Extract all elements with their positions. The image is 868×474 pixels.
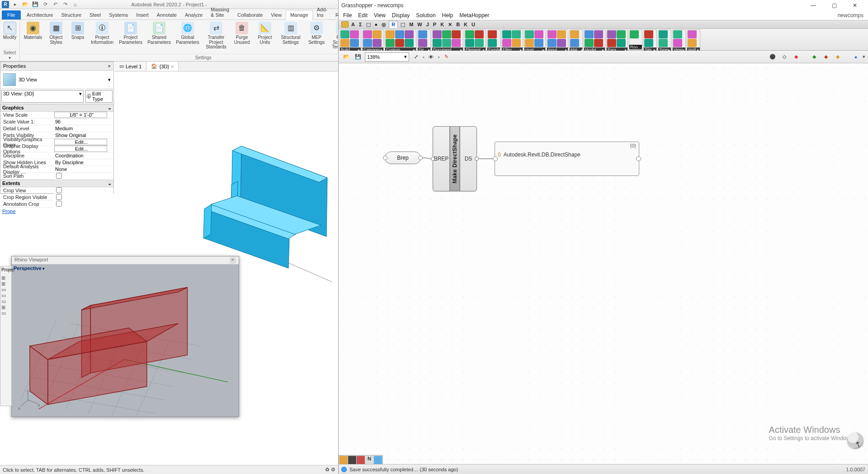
gh-tab[interactable]: ⬚ [399,21,406,28]
component-icon[interactable] [547,30,557,38]
component-icon[interactable] [659,39,668,47]
snaps-button[interactable]: ⊞Snaps [68,21,88,54]
filter-icon[interactable]: ♻ ⚙ [325,467,335,473]
close-button[interactable]: ✕ [844,0,865,10]
property-row[interactable]: Graphic Display OptionsEdit... [0,146,113,152]
property-row[interactable]: Default Analysis Display …None [0,166,113,173]
component-icon[interactable] [534,30,543,38]
prop-value[interactable]: By Discipline [54,160,113,165]
close-icon[interactable]: × [230,257,236,264]
component-icon[interactable] [442,39,451,47]
prop-value[interactable]: Edit... [54,146,107,152]
component-icon[interactable] [673,30,682,38]
component-icon[interactable] [373,30,382,38]
structural-settings-button[interactable]: ▥Structural Settings [277,21,305,54]
component-icon[interactable] [363,30,372,38]
tab-addins[interactable]: Add-Ins [313,5,331,19]
property-row[interactable]: Detail LevelMedium [0,125,113,132]
menu-help[interactable]: Help [442,12,453,19]
gh-tab[interactable]: U [470,21,476,28]
component-icon[interactable] [452,30,461,38]
prop-value[interactable]: Coordination [54,153,113,158]
component-icon[interactable] [557,39,566,47]
view-tab-level1[interactable]: ▭Level 1 [115,62,146,71]
input-grip-icon[interactable] [431,157,435,161]
component-icon[interactable] [405,39,414,47]
output-ds[interactable]: DS [460,127,476,191]
open-file-icon[interactable]: 📂 [341,52,351,62]
gh-canvas[interactable]: Brep BREP Make DirectShape DS {0} 0Autod… [339,63,868,464]
global-parameters-button[interactable]: 🌐Global Parameters [174,21,202,54]
gh-tab[interactable]: K [462,21,469,28]
component-icon[interactable] [594,39,603,47]
tray-icon[interactable] [348,456,356,464]
view-tab-3d[interactable]: 🏠{3D}× [146,62,179,71]
purge-unused-button[interactable]: 🗑Purge Unused [231,21,253,54]
component-icon[interactable] [373,39,382,47]
component-icon[interactable] [502,30,511,38]
shaded-icon[interactable]: ◆ [791,52,801,62]
instance-filter[interactable]: 3D View: {3D}▾ [1,90,84,103]
tab-steel[interactable]: Steel [85,10,105,19]
component-icon[interactable] [395,30,404,38]
wireframe-icon[interactable]: ◇ [779,52,789,62]
gh-tab[interactable]: W [416,21,423,28]
yellow-cube-icon[interactable]: ◆ [833,52,843,62]
gh-tab[interactable]: Σ [358,21,363,28]
component-icon[interactable] [350,30,359,38]
component-icon[interactable] [659,30,668,38]
project-info-button[interactable]: 🛈Project Information [88,21,116,54]
materials-button[interactable]: ◉Materials [22,21,44,54]
home-icon[interactable]: ⌂ [71,1,79,8]
component-icon[interactable] [418,39,427,47]
menu-view[interactable]: View [374,12,386,19]
menu-file[interactable]: File [343,12,352,19]
save-icon[interactable]: 💾 [353,52,363,62]
save-icon[interactable]: 💾 [32,1,39,8]
component-icon[interactable] [452,39,461,47]
component-icon[interactable] [644,39,653,47]
input-brep[interactable]: BREP [433,127,449,191]
blue-sphere-icon[interactable]: ● [851,52,861,62]
property-row[interactable]: View Scale1/8" = 1'-0" [0,112,113,118]
component-icon[interactable] [350,39,359,47]
tray-icon[interactable] [374,456,382,464]
tab-manage[interactable]: Manage [286,10,313,20]
component-icon[interactable] [488,30,497,38]
tab-insert[interactable]: Insert [132,10,153,19]
component-icon[interactable] [465,39,474,47]
property-row[interactable]: Sun Path [0,173,113,180]
component-icon[interactable] [418,30,427,38]
component-icon[interactable] [594,30,603,38]
shared-parameters-button[interactable]: 📄Shared Parameters [145,21,173,54]
component-icon[interactable] [395,39,404,47]
gh-tab[interactable]: M [408,21,415,28]
component-icon[interactable] [607,30,616,38]
close-icon[interactable]: × [108,63,111,69]
maximize-button[interactable]: ▢ [824,0,844,10]
component-icon[interactable] [525,30,534,38]
component-icon[interactable] [386,30,395,38]
component-icon[interactable] [617,39,626,47]
chevron-down-icon[interactable]: ▾ [863,54,865,60]
output-grip-icon[interactable] [475,157,479,161]
gh-tab[interactable]: ✕ [447,21,453,28]
component-icon[interactable] [512,30,521,38]
gh-tab[interactable]: ⬚ [365,21,372,28]
component-icon[interactable] [607,39,616,47]
make-directshape-component[interactable]: BREP Make DirectShape DS [433,126,477,191]
component-icon[interactable] [630,30,639,38]
modify-tool-button[interactable]: ↖ Modify [2,21,18,49]
component-icon[interactable] [475,39,484,47]
sync-icon[interactable]: ⟳ [42,1,49,8]
gh-tab[interactable]: ● [373,21,379,28]
component-icon[interactable] [570,30,579,38]
tab-massing[interactable]: Massing & Site [207,5,233,19]
tab-collaborate[interactable]: Collaborate [233,10,267,19]
component-icon[interactable] [525,39,534,47]
gh-tab[interactable]: A [350,21,356,28]
tab-systems[interactable]: Systems [105,10,132,19]
component-icon[interactable] [585,39,594,47]
menu-display[interactable]: Display [392,12,410,19]
menu-solution[interactable]: Solution [416,12,435,19]
